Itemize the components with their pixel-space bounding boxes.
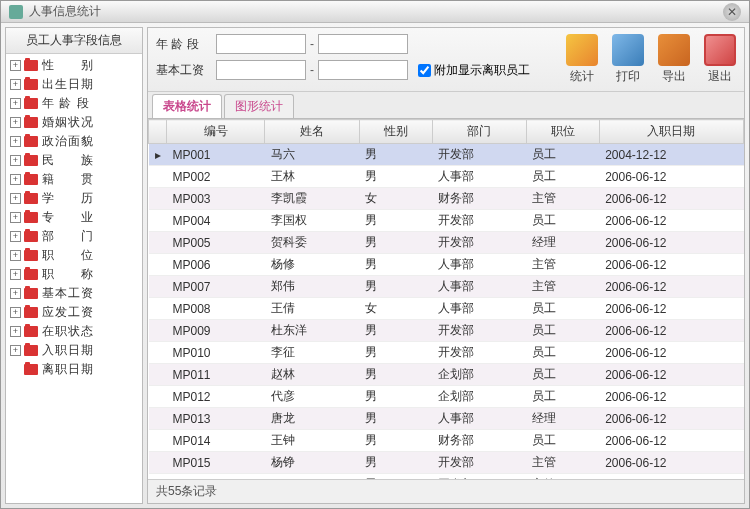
export-button[interactable]: 导出 bbox=[658, 34, 690, 85]
show-left-checkbox[interactable] bbox=[418, 64, 431, 77]
column-header[interactable]: 入职日期 bbox=[599, 120, 743, 144]
table-row[interactable]: MP007郑伟男人事部主管2006-06-12 bbox=[149, 276, 744, 298]
export-icon bbox=[658, 34, 690, 66]
row-selector bbox=[149, 320, 167, 342]
table-row[interactable]: MP005贺科委男开发部经理2006-06-12 bbox=[149, 232, 744, 254]
row-selector bbox=[149, 364, 167, 386]
table-row[interactable]: MP010李征男开发部员工2006-06-12 bbox=[149, 342, 744, 364]
table-cell: 主管 bbox=[526, 254, 599, 276]
expander-icon[interactable]: + bbox=[10, 250, 21, 261]
tree-item[interactable]: +职 位 bbox=[6, 246, 142, 265]
expander-icon[interactable]: + bbox=[10, 307, 21, 318]
age-to-input[interactable] bbox=[318, 34, 408, 54]
tree-label: 学 历 bbox=[42, 190, 94, 207]
expander-icon[interactable]: + bbox=[10, 288, 21, 299]
folder-icon bbox=[24, 288, 38, 299]
table-row[interactable]: MP013唐龙男人事部经理2006-06-12 bbox=[149, 408, 744, 430]
expander-icon[interactable]: + bbox=[10, 326, 21, 337]
table-row[interactable]: MP015杨铮男开发部主管2006-06-12 bbox=[149, 452, 744, 474]
expander-icon[interactable]: + bbox=[10, 155, 21, 166]
table-cell: 贺科委 bbox=[265, 232, 359, 254]
tree-item[interactable]: +入职日期 bbox=[6, 341, 142, 360]
table-row[interactable]: MP002王林男人事部员工2006-06-12 bbox=[149, 166, 744, 188]
table-cell: MP006 bbox=[167, 254, 265, 276]
column-header[interactable]: 编号 bbox=[167, 120, 265, 144]
table-cell: 财务部 bbox=[432, 430, 526, 452]
tree-item[interactable]: +年 龄 段 bbox=[6, 94, 142, 113]
salary-filter-row: 基本工资 - 附加显示离职员工 bbox=[156, 60, 530, 80]
column-header[interactable]: 职位 bbox=[526, 120, 599, 144]
tree-item[interactable]: +婚姻状况 bbox=[6, 113, 142, 132]
tree-item[interactable]: +性 别 bbox=[6, 56, 142, 75]
table-row[interactable]: MP003李凯霞女财务部主管2006-06-12 bbox=[149, 188, 744, 210]
tree-item[interactable]: +学 历 bbox=[6, 189, 142, 208]
tree: +性 别+出生日期+年 龄 段+婚姻状况+政治面貌+民 族+籍 贯+学 历+专 … bbox=[6, 54, 142, 503]
print-button[interactable]: 打印 bbox=[612, 34, 644, 85]
column-header[interactable]: 部门 bbox=[432, 120, 526, 144]
export-label: 导出 bbox=[662, 68, 686, 85]
tree-label: 部 门 bbox=[42, 228, 94, 245]
table-cell: 开发部 bbox=[432, 452, 526, 474]
table-row[interactable]: MP006杨修男人事部主管2006-06-12 bbox=[149, 254, 744, 276]
app-icon bbox=[9, 5, 23, 19]
expander-icon[interactable]: + bbox=[10, 136, 21, 147]
stat-button[interactable]: 统计 bbox=[566, 34, 598, 85]
table-cell: 员工 bbox=[526, 342, 599, 364]
table-cell: 2006-06-12 bbox=[599, 210, 743, 232]
age-from-input[interactable] bbox=[216, 34, 306, 54]
tree-item[interactable]: +政治面貌 bbox=[6, 132, 142, 151]
table-wrap[interactable]: 编号姓名性别部门职位入职日期 ▸MP001马六男开发部员工2004-12-12M… bbox=[148, 118, 744, 479]
expander-icon[interactable]: + bbox=[10, 212, 21, 223]
row-selector bbox=[149, 430, 167, 452]
table-row[interactable]: MP004李国权男开发部员工2006-06-12 bbox=[149, 210, 744, 232]
close-button[interactable]: ✕ bbox=[723, 3, 741, 21]
folder-icon bbox=[24, 231, 38, 242]
tree-item[interactable]: +部 门 bbox=[6, 227, 142, 246]
tab-chart-stat[interactable]: 图形统计 bbox=[224, 94, 294, 118]
table-row[interactable]: MP011赵林男企划部员工2006-06-12 bbox=[149, 364, 744, 386]
table-cell: 经理 bbox=[526, 232, 599, 254]
tree-item[interactable]: +籍 贯 bbox=[6, 170, 142, 189]
table-cell: 赵林 bbox=[265, 364, 359, 386]
tab-table-stat[interactable]: 表格统计 bbox=[152, 94, 222, 118]
show-left-checkbox-wrap[interactable]: 附加显示离职员工 bbox=[418, 62, 530, 79]
expander-icon[interactable]: + bbox=[10, 79, 21, 90]
column-header[interactable]: 姓名 bbox=[265, 120, 359, 144]
expander-icon[interactable]: + bbox=[10, 193, 21, 204]
tree-item[interactable]: +职 称 bbox=[6, 265, 142, 284]
table-cell: 男 bbox=[359, 166, 432, 188]
table-cell: 企划部 bbox=[432, 386, 526, 408]
tree-item[interactable]: +基本工资 bbox=[6, 284, 142, 303]
tree-item[interactable]: +应发工资 bbox=[6, 303, 142, 322]
table-row[interactable]: MP009杜东洋男开发部员工2006-06-12 bbox=[149, 320, 744, 342]
exit-button[interactable]: 退出 bbox=[704, 34, 736, 85]
table-cell: 2006-06-12 bbox=[599, 364, 743, 386]
table-cell: 开发部 bbox=[432, 210, 526, 232]
table-row[interactable]: ▸MP001马六男开发部员工2004-12-12 bbox=[149, 144, 744, 166]
column-header[interactable]: 性别 bbox=[359, 120, 432, 144]
tree-item[interactable]: +专 业 bbox=[6, 208, 142, 227]
tree-item[interactable]: +在职状态 bbox=[6, 322, 142, 341]
table-cell: 开发部 bbox=[432, 342, 526, 364]
tree-item[interactable]: +民 族 bbox=[6, 151, 142, 170]
table-header-row: 编号姓名性别部门职位入职日期 bbox=[149, 120, 744, 144]
table-cell: 杨铮 bbox=[265, 452, 359, 474]
table-cell: 2006-06-12 bbox=[599, 166, 743, 188]
expander-icon[interactable]: + bbox=[10, 345, 21, 356]
salary-from-input[interactable] bbox=[216, 60, 306, 80]
expander-icon[interactable]: + bbox=[10, 98, 21, 109]
tree-item[interactable]: +出生日期 bbox=[6, 75, 142, 94]
salary-to-input[interactable] bbox=[318, 60, 408, 80]
expander-icon[interactable]: + bbox=[10, 174, 21, 185]
expander-icon[interactable]: + bbox=[10, 117, 21, 128]
expander-icon[interactable]: + bbox=[10, 60, 21, 71]
table-row[interactable]: MP012代彦男企划部员工2006-06-12 bbox=[149, 386, 744, 408]
expander-icon[interactable]: + bbox=[10, 269, 21, 280]
table-row[interactable]: MP008王倩女人事部员工2006-06-12 bbox=[149, 298, 744, 320]
table-row[interactable]: MP014王钟男财务部员工2006-06-12 bbox=[149, 430, 744, 452]
tree-item[interactable]: 离职日期 bbox=[6, 360, 142, 379]
stat-icon bbox=[566, 34, 598, 66]
main-panel: 年 龄 段 - 基本工资 - 附加显示离职员工 bbox=[147, 27, 745, 504]
table-cell: 员工 bbox=[526, 166, 599, 188]
expander-icon[interactable]: + bbox=[10, 231, 21, 242]
